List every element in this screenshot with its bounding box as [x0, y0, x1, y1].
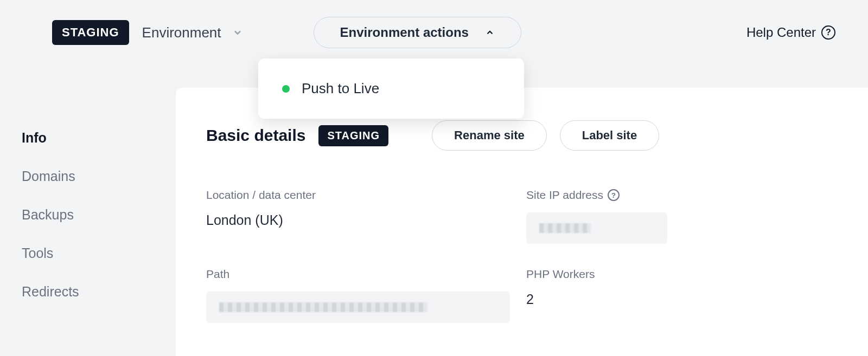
sidebar-item-backups[interactable]: Backups [22, 196, 174, 235]
field-value-ip-redacted [526, 212, 667, 244]
field-path: Path [206, 268, 526, 323]
sidebar-item-domains[interactable]: Domains [22, 158, 174, 196]
details-grid: Location / data center London (UK) Site … [206, 189, 838, 323]
section-staging-badge: STAGING [318, 125, 388, 146]
sidebar: Info Domains Backups Tools Redirects [22, 119, 174, 312]
help-center-link[interactable]: Help Center ? [746, 25, 835, 40]
field-location: Location / data center London (UK) [206, 189, 526, 244]
label-site-button[interactable]: Label site [560, 120, 659, 151]
dropdown-item-label: Push to Live [302, 80, 379, 97]
help-center-label: Help Center [746, 25, 816, 40]
field-label-path: Path [206, 268, 526, 281]
section-header: Basic details STAGING Rename site Label … [206, 120, 838, 151]
field-label-php-workers: PHP Workers [526, 268, 838, 281]
help-icon[interactable]: ? [608, 189, 620, 201]
rename-site-button[interactable]: Rename site [432, 120, 547, 151]
field-ip: Site IP address ? [526, 189, 838, 244]
sidebar-item-info[interactable]: Info [22, 119, 174, 158]
status-dot-icon [282, 85, 290, 93]
sidebar-item-label: Info [22, 130, 47, 145]
help-icon: ? [821, 25, 835, 40]
field-label-location: Location / data center [206, 189, 526, 202]
field-php-workers: PHP Workers 2 [526, 268, 838, 323]
section-title: Basic details [206, 126, 305, 145]
sidebar-item-label: Tools [22, 245, 53, 261]
field-value-php-workers: 2 [526, 292, 838, 307]
redacted-content [219, 302, 427, 312]
environment-label[interactable]: Environment [142, 24, 221, 41]
chevron-down-icon[interactable] [232, 27, 243, 38]
sidebar-item-redirects[interactable]: Redirects [22, 273, 174, 312]
sidebar-item-label: Domains [22, 169, 75, 184]
field-label-ip: Site IP address ? [526, 189, 838, 202]
environment-actions-dropdown: Push to Live [258, 59, 524, 119]
sidebar-item-label: Redirects [22, 284, 79, 299]
sidebar-item-tools[interactable]: Tools [22, 235, 174, 273]
chevron-up-icon [485, 28, 495, 37]
environment-actions-label: Environment actions [340, 25, 469, 40]
dropdown-item-push-to-live[interactable]: Push to Live [282, 80, 500, 97]
staging-badge: STAGING [52, 20, 129, 45]
main-content: Basic details STAGING Rename site Label … [176, 88, 868, 356]
sidebar-item-label: Backups [22, 207, 74, 222]
environment-actions-button[interactable]: Environment actions [314, 17, 521, 48]
field-label-ip-text: Site IP address [526, 189, 603, 202]
top-bar: STAGING Environment Environment actions … [0, 0, 868, 65]
redacted-content [539, 223, 591, 233]
field-value-location: London (UK) [206, 212, 526, 228]
field-value-path-redacted [206, 292, 510, 323]
